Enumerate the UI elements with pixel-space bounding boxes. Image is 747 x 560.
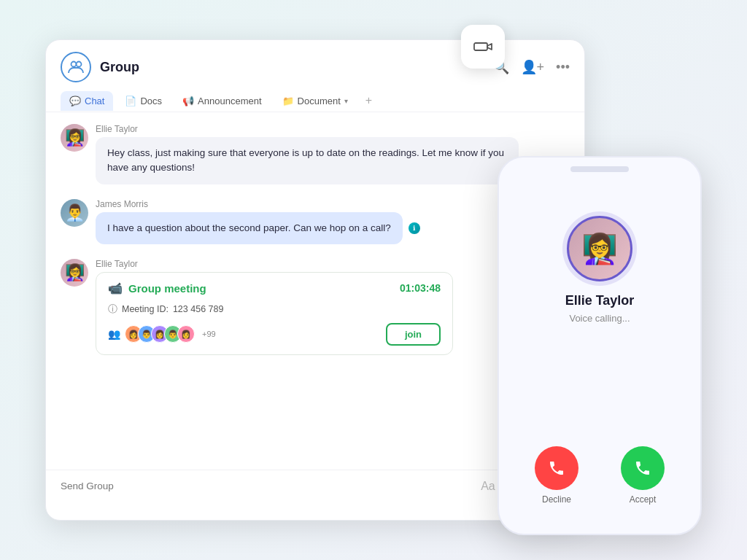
add-user-icon[interactable]: 👤+ xyxy=(521,59,545,75)
phone-ui: 👩‍🏫 Ellie Taylor Voice calling... Declin… xyxy=(498,156,702,535)
tab-announcement-label: Announcement xyxy=(198,96,261,106)
phone-notch xyxy=(570,166,629,172)
message-text-1: Hey class, just making sure that everyon… xyxy=(107,147,504,173)
more-options-icon[interactable]: ••• xyxy=(556,60,570,75)
meeting-info-icon: ⓘ xyxy=(108,303,117,316)
accept-action: Accept xyxy=(621,446,665,505)
tab-document-label: Document xyxy=(298,96,341,106)
message-bubble-2: I have a question about the second paper… xyxy=(96,212,403,244)
accept-button[interactable] xyxy=(621,446,665,490)
people-icon: 👥 xyxy=(108,328,120,340)
tab-chat[interactable]: 💬 Chat xyxy=(61,91,113,111)
tab-chat-label: Chat xyxy=(85,96,104,106)
docs-tab-icon: 📄 xyxy=(125,96,136,106)
meeting-id: 123 456 789 xyxy=(173,304,224,314)
sender-name-1: Ellie Taylor xyxy=(96,124,570,134)
tab-document-chevron: ▾ xyxy=(344,97,348,105)
caller-avatar: 👩‍🏫 xyxy=(567,216,632,281)
tab-docs[interactable]: 📄 Docs xyxy=(116,91,171,111)
caller-name: Ellie Taylor xyxy=(565,293,635,308)
attendees: 👥 👩 👨 👩 👨 👩 +99 xyxy=(108,325,216,343)
tab-announcement[interactable]: 📢 Announcement xyxy=(174,91,270,111)
font-size-icon[interactable]: Aa xyxy=(481,480,495,493)
video-call-fab[interactable] xyxy=(461,25,505,69)
message-group-2: 👨‍💼 James Morris I have a question about… xyxy=(61,199,570,244)
svg-point-1 xyxy=(77,62,82,67)
meeting-video-icon: 📹 xyxy=(108,281,123,295)
announcement-tab-icon: 📢 xyxy=(182,96,194,106)
chat-tab-icon: 💬 xyxy=(69,96,81,106)
group-info: Group xyxy=(61,52,139,82)
svg-point-0 xyxy=(71,62,77,67)
meeting-card: 📹 Group meeting 01:03:48 ⓘ Meeting ID: 1… xyxy=(96,272,453,355)
message-group-3: 👩‍🏫 Ellie Taylor 📹 Group meeting 01:03:4… xyxy=(61,259,570,355)
group-avatar xyxy=(61,52,91,82)
coin-icon: ℹ xyxy=(409,222,420,234)
message-group-1: 👩‍🏫 Ellie Taylor Hey class, just making … xyxy=(61,124,570,184)
meeting-id-label: Meeting ID: xyxy=(122,304,169,314)
avatar-ellie-1: 👩‍🏫 xyxy=(61,124,88,152)
attendee-count: +99 xyxy=(202,330,216,338)
meeting-time: 01:03:48 xyxy=(400,282,441,294)
decline-action: Decline xyxy=(535,446,578,505)
group-title: Group xyxy=(100,60,139,75)
tab-docs-label: Docs xyxy=(140,96,162,106)
add-tab-button[interactable]: + xyxy=(360,90,378,112)
chat-tabs: 💬 Chat 📄 Docs 📢 Announcement 📁 Document … xyxy=(61,90,570,112)
decline-label: Decline xyxy=(542,494,571,505)
phone-caller-area: 👩‍🏫 Ellie Taylor Voice calling... xyxy=(565,187,635,446)
decline-button[interactable] xyxy=(535,446,578,490)
calling-status: Voice calling... xyxy=(569,313,630,324)
meeting-title: Group meeting xyxy=(128,282,206,295)
attendee-5: 👩 xyxy=(177,325,195,343)
message-text-2: I have a question about the second paper… xyxy=(107,222,391,233)
join-button[interactable]: join xyxy=(386,323,441,346)
message-bubble-1: Hey class, just making sure that everyon… xyxy=(96,137,519,184)
document-tab-icon: 📁 xyxy=(282,96,294,106)
avatar-james: 👨‍💼 xyxy=(61,199,88,227)
accept-label: Accept xyxy=(630,494,657,505)
header-actions: 🔍 👤+ ••• xyxy=(493,59,570,75)
chat-input[interactable] xyxy=(61,481,472,491)
call-actions: Decline Accept xyxy=(499,446,700,534)
avatar-ellie-2: 👩‍🏫 xyxy=(61,259,88,287)
tab-document[interactable]: 📁 Document ▾ xyxy=(274,91,357,111)
